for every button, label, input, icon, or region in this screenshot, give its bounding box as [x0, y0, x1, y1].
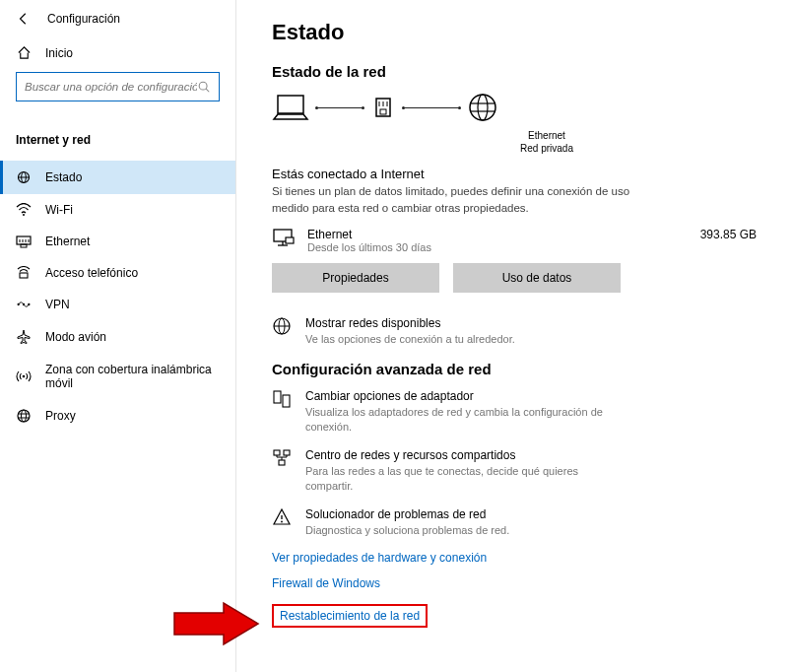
- laptop-icon: [272, 93, 309, 122]
- home-icon: [16, 45, 32, 60]
- sharing-title: Centro de redes y recursos compartidos: [305, 448, 621, 462]
- adapter-title: Cambiar opciones de adaptador: [305, 389, 621, 403]
- svg-rect-39: [283, 395, 290, 407]
- svg-rect-22: [376, 99, 390, 116]
- diagram-caption: Ethernet Red privada: [337, 129, 757, 155]
- settings-sidebar: Configuración Inicio Internet y red Esta…: [0, 0, 236, 672]
- search-input[interactable]: [25, 81, 197, 93]
- globe-small-icon: [272, 316, 292, 336]
- svg-rect-41: [284, 450, 290, 455]
- sidebar-item-proxy[interactable]: Proxy: [0, 399, 235, 433]
- show-networks-row[interactable]: Mostrar redes disponibles Ve las opcione…: [272, 316, 757, 347]
- sharing-desc: Para las redes a las que te conectas, de…: [305, 464, 621, 494]
- highlight-annotation: Restablecimiento de la red: [272, 604, 428, 628]
- sidebar-item-label: Zona con cobertura inalámbrica móvil: [45, 363, 220, 390]
- sharing-icon: [272, 448, 292, 468]
- svg-point-16: [23, 375, 26, 378]
- svg-rect-12: [20, 273, 28, 278]
- connection-line: [317, 107, 363, 108]
- sidebar-item-label: Modo avión: [45, 330, 106, 344]
- sidebar-item-label: VPN: [45, 298, 70, 311]
- sharing-center-row[interactable]: Centro de redes y recursos compartidos P…: [272, 448, 757, 494]
- sidebar-item-label: Estado: [45, 170, 82, 184]
- sidebar-item-dialup[interactable]: Acceso telefónico: [0, 257, 235, 289]
- svg-line-1: [206, 89, 209, 92]
- svg-rect-34: [286, 237, 294, 243]
- svg-rect-7: [21, 244, 27, 247]
- data-usage-button[interactable]: Uso de datos: [453, 263, 621, 293]
- back-icon[interactable]: [16, 12, 32, 26]
- troubleshooter-row[interactable]: Solucionador de problemas de red Diagnos…: [272, 507, 757, 538]
- usage-row: Ethernet Desde los últimos 30 días 393.8…: [272, 228, 757, 253]
- svg-point-5: [23, 214, 25, 216]
- svg-point-17: [18, 410, 30, 422]
- svg-point-0: [199, 82, 207, 90]
- svg-point-27: [470, 95, 495, 120]
- svg-rect-38: [274, 391, 281, 403]
- main-content: Estado Estado de la red Ethernet Red pri…: [236, 0, 792, 672]
- sidebar-item-ethernet[interactable]: Ethernet: [0, 226, 235, 257]
- troubleshooter-title: Solucionador de problemas de red: [305, 507, 509, 521]
- adapter-desc: Visualiza los adaptadores de red y cambi…: [305, 405, 621, 435]
- home-button[interactable]: Inicio: [16, 39, 220, 72]
- network-reset-link[interactable]: Restablecimiento de la red: [280, 609, 420, 623]
- show-networks-title: Mostrar redes disponibles: [305, 316, 515, 330]
- category-title: Internet y red: [0, 133, 235, 161]
- connection-type: Ethernet: [337, 129, 757, 142]
- sidebar-item-wifi[interactable]: Wi-Fi: [0, 194, 235, 226]
- home-label: Inicio: [45, 46, 73, 60]
- svg-rect-23: [380, 109, 386, 114]
- sidebar-item-airplane[interactable]: Modo avión: [0, 320, 235, 354]
- vpn-icon: [16, 299, 32, 310]
- svg-rect-42: [279, 460, 285, 465]
- router-icon: [370, 93, 396, 122]
- adapter-options-row[interactable]: Cambiar opciones de adaptador Visualiza …: [272, 389, 757, 435]
- show-networks-desc: Ve las opciones de conexión a tu alreded…: [305, 332, 515, 347]
- adapter-icon: [272, 389, 292, 409]
- connection-scope: Red privada: [337, 142, 757, 155]
- sidebar-item-vpn[interactable]: VPN: [0, 289, 235, 320]
- search-icon: [197, 80, 211, 94]
- page-title: Estado: [272, 20, 757, 45]
- advanced-heading: Configuración avanzada de red: [272, 361, 757, 377]
- hw-properties-link[interactable]: Ver propiedades de hardware y conexión: [272, 551, 757, 565]
- sidebar-item-label: Proxy: [45, 409, 76, 423]
- troubleshooter-desc: Diagnostica y soluciona problemas de red…: [305, 523, 509, 538]
- dialup-icon: [16, 266, 32, 280]
- connected-title: Estás conectado a Internet: [272, 167, 757, 181]
- monitor-icon: [272, 228, 296, 249]
- hotspot-icon: [16, 370, 32, 383]
- connection-line: [404, 107, 459, 108]
- airplane-icon: [16, 329, 32, 345]
- wifi-icon: [16, 203, 32, 217]
- search-box[interactable]: [16, 72, 220, 101]
- properties-button[interactable]: Propiedades: [272, 263, 439, 293]
- sidebar-item-hotspot[interactable]: Zona con cobertura inalámbrica móvil: [0, 354, 235, 399]
- sidebar-item-label: Acceso telefónico: [45, 266, 138, 280]
- svg-rect-21: [278, 96, 303, 113]
- status-icon: [16, 169, 32, 185]
- network-status-heading: Estado de la red: [272, 63, 757, 80]
- config-label: Configuración: [47, 12, 120, 26]
- ethernet-icon: [16, 235, 32, 248]
- sidebar-item-label: Ethernet: [45, 235, 90, 248]
- firewall-link[interactable]: Firewall de Windows: [272, 576, 757, 590]
- network-diagram: [272, 92, 757, 123]
- proxy-icon: [16, 408, 32, 424]
- warning-icon: [272, 507, 292, 527]
- usage-period: Desde los últimos 30 días: [307, 241, 689, 253]
- globe-icon: [467, 92, 498, 123]
- svg-point-18: [22, 410, 27, 422]
- connected-desc: Si tienes un plan de datos limitado, pue…: [272, 183, 646, 216]
- usage-name: Ethernet: [307, 228, 689, 241]
- sidebar-item-label: Wi-Fi: [45, 203, 73, 217]
- usage-value: 393.85 GB: [700, 228, 757, 241]
- svg-point-28: [478, 95, 488, 120]
- svg-rect-40: [274, 450, 280, 455]
- svg-point-44: [281, 520, 283, 522]
- sidebar-item-status[interactable]: Estado: [0, 161, 235, 194]
